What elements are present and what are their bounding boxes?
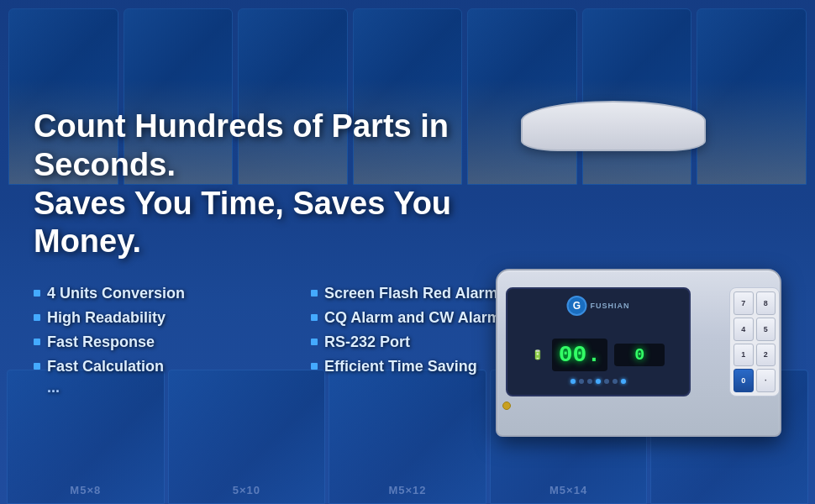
feature-left-3: Fast Response (34, 333, 277, 351)
feature-text-2: High Readability (47, 309, 166, 327)
features-grid: 4 Units Conversion Screen Flash Red Alar… (34, 285, 555, 375)
bullet-2 (34, 314, 40, 321)
banner-container: M5×8 5×10 M5×12 M5×14 Count Hundreds of … (0, 0, 815, 504)
feature-left-4: Fast Calculation (34, 358, 277, 375)
scale-body: G FUSHIAN 🔋 00. 0 (496, 269, 781, 437)
bullet-r2 (311, 314, 318, 321)
battery-icon: 🔋 (532, 349, 544, 360)
scale-yellow-button[interactable] (502, 402, 511, 410)
scale-btn-8[interactable]: 8 (756, 291, 776, 315)
lcd-segment-main: 00. (552, 339, 607, 371)
status-dot-2 (579, 379, 584, 384)
status-dot-5 (604, 379, 609, 384)
feature-text-r4: Efficient Time Saving (324, 358, 477, 375)
bullet-r4 (311, 363, 318, 370)
scale-btn-dot[interactable]: · (756, 369, 776, 392)
bullet-1 (34, 290, 40, 297)
bullet-r1 (311, 290, 318, 297)
status-dot-4 (596, 379, 601, 384)
scale-btn-0[interactable]: 0 (734, 369, 754, 392)
status-dot-7 (621, 379, 626, 384)
bullet-4 (34, 363, 40, 370)
feature-left-1: 4 Units Conversion (34, 285, 277, 302)
lcd-segment-sub: 0 (614, 344, 665, 366)
status-dot-6 (613, 379, 618, 384)
feature-text-4: Fast Calculation (47, 358, 164, 375)
bullet-3 (34, 339, 40, 345)
scale-display: G FUSHIAN 🔋 00. 0 (506, 287, 691, 396)
brand-logo: G (567, 296, 587, 316)
lcd-number-sub: 0 (634, 345, 644, 365)
feature-left-2: High Readability (34, 309, 277, 327)
scale-status-bar (512, 375, 685, 388)
feature-text-3: Fast Response (47, 333, 155, 351)
scale-btn-1[interactable]: 1 (734, 344, 754, 367)
feature-text-r2: CQ Alarm and CW Alarm (324, 309, 501, 327)
scale-pan (521, 101, 706, 151)
lcd-main: 🔋 00. 0 (532, 339, 665, 371)
feature-text-1: 4 Units Conversion (47, 285, 185, 302)
status-dot-3 (587, 379, 592, 384)
scale-btn-5[interactable]: 5 (756, 318, 776, 341)
feature-text-r3: RS-232 Port (324, 333, 410, 351)
scale-button-area: 7 8 4 5 1 2 0 · (729, 287, 780, 396)
status-dot-1 (570, 379, 576, 384)
headline: Count Hundreds of Parts in Seconds. Save… (34, 108, 555, 260)
brand-letter: G (573, 300, 581, 312)
feature-text-r1: Screen Flash Red Alarm (324, 285, 497, 302)
scale-brand: G FUSHIAN (567, 296, 630, 316)
lcd-number-main: 00. (559, 342, 601, 368)
scale-btn-2[interactable]: 2 (756, 344, 776, 367)
scale-device: G FUSHIAN 🔋 00. 0 (479, 151, 815, 437)
scale-btn-4[interactable]: 4 (734, 318, 754, 341)
headline-line1: Count Hundreds of Parts in Seconds. (34, 108, 555, 184)
headline-line2: Saves You Time, Saves You Money. (34, 185, 555, 261)
bullet-r3 (311, 339, 318, 345)
brand-name: FUSHIAN (591, 302, 630, 310)
scale-btn-7[interactable]: 7 (734, 291, 754, 315)
